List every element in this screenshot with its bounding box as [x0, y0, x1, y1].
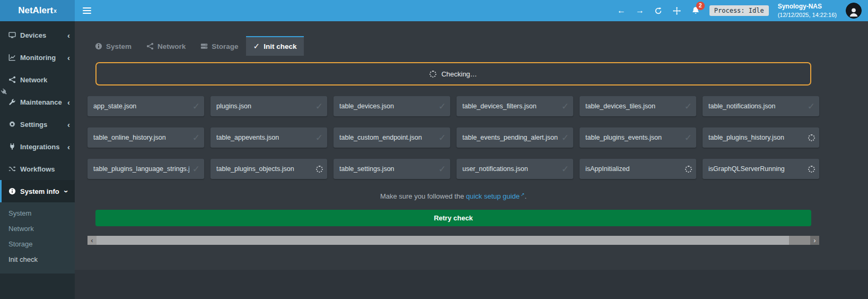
- init-check-item: table_plugins_language_strings.json✓: [87, 159, 204, 179]
- tab-label: System: [106, 42, 131, 50]
- scroll-right-button[interactable]: ›: [810, 236, 819, 245]
- sidebar: Devices‹Monitoring‹NetworkMaintenance‹Se…: [0, 21, 75, 299]
- sidebar-item-label: Workflows: [20, 165, 55, 173]
- horizontal-scrollbar[interactable]: ‹ ›: [87, 236, 819, 245]
- check-icon: ✓: [315, 101, 323, 112]
- move-icon[interactable]: [672, 6, 682, 15]
- sidebar-item-integrations[interactable]: Integrations‹: [0, 135, 75, 158]
- init-check-item-label: table_events_pending_alert.json: [462, 134, 558, 141]
- page-layout: Devices‹Monitoring‹NetworkMaintenance‹Se…: [0, 21, 868, 299]
- init-check-item-label: table_custom_endpoint.json: [339, 134, 422, 141]
- spinner-icon: [429, 71, 436, 78]
- init-check-item-label: isGraphQLServerRunning: [708, 165, 785, 173]
- sidebar-item-network[interactable]: Network: [0, 69, 75, 91]
- init-check-item-label: table_plugins_language_strings.json: [93, 165, 189, 173]
- check-icon: ✓: [685, 132, 692, 143]
- shuffle-icon: [7, 165, 17, 173]
- sidebar-subitem-network[interactable]: Network: [0, 221, 75, 236]
- retry-check-button[interactable]: Retry check: [95, 210, 811, 226]
- info-icon: [7, 187, 17, 195]
- spinner-icon: [808, 134, 815, 141]
- chevron-left-icon: ‹: [67, 54, 70, 62]
- navbar-right: ← → 2 Process: Idle Synology-NAS (12/12/…: [617, 3, 868, 19]
- network-icon: [146, 42, 154, 50]
- init-check-item-label: table_plugins_events.json: [585, 134, 662, 141]
- tab-storage[interactable]: Storage: [193, 36, 246, 56]
- tab-system[interactable]: System: [87, 36, 139, 56]
- scroll-left-button[interactable]: ‹: [87, 236, 97, 245]
- device-timestamp: (12/12/2025, 14:22:16): [778, 11, 837, 19]
- setup-hint-prefix: Make sure you followed the: [380, 192, 466, 200]
- init-check-item: app_state.json✓: [87, 96, 204, 116]
- quick-setup-guide-link[interactable]: quick setup guide↗: [466, 192, 525, 200]
- spinner-icon: [316, 166, 323, 173]
- tab-label: Init check: [264, 42, 296, 50]
- check-icon: ✓: [253, 41, 260, 51]
- device-info: Synology-NAS (12/12/2025, 14:22:16): [778, 3, 837, 19]
- tab-network[interactable]: Network: [139, 36, 193, 56]
- init-check-item-label: table_devices_filters.json: [462, 102, 537, 110]
- sidebar-subitem-storage[interactable]: Storage: [0, 236, 75, 252]
- sidebar-item-workflows[interactable]: Workflows: [0, 158, 75, 180]
- init-check-item: plugins.json✓: [211, 96, 327, 116]
- sidebar-item-maintenance[interactable]: Maintenance‹: [0, 91, 75, 113]
- sidebar-subitem-label: Init check: [8, 255, 38, 263]
- sidebar-subitem-label: System: [8, 209, 31, 217]
- sidebar-subitem-init-check[interactable]: Init check: [0, 252, 75, 267]
- network-icon: [7, 76, 17, 83]
- tab-init-check[interactable]: ✓Init check: [246, 36, 304, 56]
- refresh-icon[interactable]: [654, 6, 663, 15]
- init-check-item-label: table_settings.json: [339, 165, 394, 173]
- init-check-item-label: user_notifications.json: [462, 165, 528, 173]
- sidebar-menu: Devices‹Monitoring‹NetworkMaintenance‹Se…: [0, 21, 75, 202]
- notifications-button[interactable]: 2: [691, 6, 700, 15]
- user-avatar[interactable]: [846, 3, 862, 19]
- init-check-item: table_plugins_events.json✓: [580, 127, 696, 148]
- init-check-item: user_notifications.json✓: [457, 159, 573, 179]
- forward-icon[interactable]: →: [635, 6, 645, 15]
- check-icon: ✓: [315, 132, 323, 143]
- check-icon: ✓: [439, 101, 446, 112]
- sidebar-item-settings[interactable]: Settings‹: [0, 113, 75, 135]
- sidebar-submenu: SystemNetworkStorageInit check: [0, 202, 75, 274]
- chevron-left-icon: ‹: [67, 31, 70, 39]
- check-icon: ✓: [439, 164, 446, 175]
- sidebar-item-monitoring[interactable]: Monitoring‹: [0, 46, 75, 69]
- sidebar-subitem-system[interactable]: System: [0, 206, 75, 221]
- init-check-item-label: table_plugins_history.json: [708, 134, 784, 141]
- init-check-item: isAppInitialized: [580, 159, 696, 179]
- check-icon: ✓: [685, 101, 692, 112]
- back-icon[interactable]: ←: [617, 6, 626, 15]
- init-check-item-label: table_devices_tiles.json: [585, 102, 655, 110]
- setup-hint-suffix: .: [524, 192, 527, 200]
- info-icon: [95, 42, 102, 50]
- monitor-icon: [7, 31, 17, 39]
- init-check-item-label: table_appevents.json: [216, 134, 279, 141]
- init-check-grid: app_state.json✓plugins.json✓table_device…: [87, 96, 819, 179]
- sidebar-toggle-button[interactable]: [75, 0, 99, 21]
- check-icon: ✓: [192, 164, 200, 175]
- scrollbar-thumb[interactable]: [97, 236, 789, 245]
- chevron-left-icon: ‹: [67, 121, 70, 129]
- storage-icon: [200, 42, 208, 50]
- checking-banner: Checking…: [95, 62, 811, 86]
- sidebar-item-devices[interactable]: Devices‹: [0, 24, 75, 46]
- tab-label: Network: [157, 42, 186, 50]
- sidebar-item-system-info[interactable]: System info‹: [0, 180, 75, 202]
- init-check-item: table_settings.json✓: [334, 159, 450, 179]
- tab-bar: SystemNetworkStorage✓Init check: [87, 36, 819, 56]
- notification-count-badge: 2: [696, 2, 705, 10]
- sidebar-item-label: Settings: [20, 121, 47, 129]
- netalertx-app: NetAlertx ← → 2 Process: Idle Synology-N…: [0, 0, 868, 299]
- init-check-item-label: plugins.json: [216, 102, 251, 110]
- app-logo[interactable]: NetAlertx: [0, 0, 75, 21]
- init-check-item: table_plugins_history.json: [703, 127, 819, 148]
- sidebar-item-label: Monitoring: [20, 54, 56, 62]
- wrench-icon: [7, 98, 17, 106]
- scrollbar-track[interactable]: [97, 236, 810, 245]
- init-check-item-label: isAppInitialized: [585, 165, 629, 173]
- person-icon: [848, 6, 860, 18]
- check-icon: ✓: [562, 164, 569, 175]
- footer-area: [75, 270, 868, 299]
- checking-label: Checking…: [441, 70, 477, 78]
